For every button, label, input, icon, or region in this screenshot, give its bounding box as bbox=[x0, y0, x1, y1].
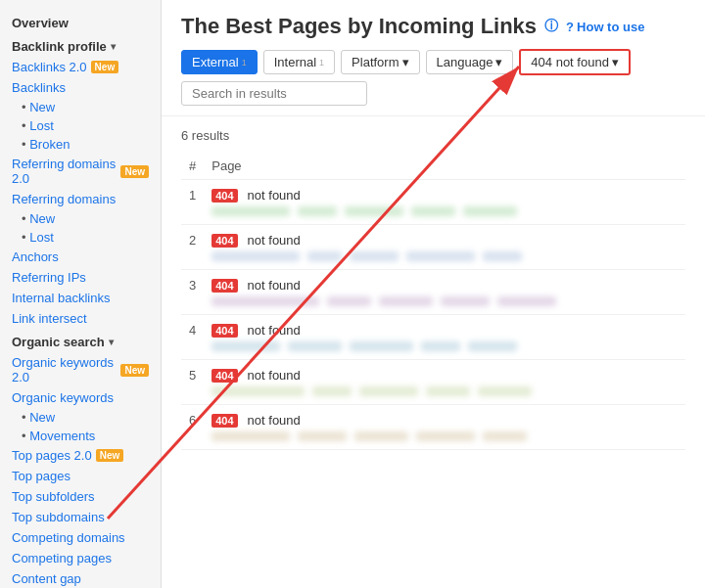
main-content: The Best Pages by Incoming Links ⓘ ? How… bbox=[162, 0, 705, 588]
sidebar-item-anchors[interactable]: Anchors bbox=[0, 247, 161, 267]
data-bar bbox=[483, 431, 527, 441]
row-number: 4 bbox=[181, 315, 204, 360]
sidebar-item-competing-domains[interactable]: Competing domains bbox=[0, 527, 161, 548]
sidebar-item-backlinks-2[interactable]: Backlinks 2.0 New bbox=[0, 57, 161, 77]
chevron-down-icon-2: ▾ bbox=[109, 337, 114, 347]
sidebar-item-content-gap[interactable]: Content gap bbox=[0, 568, 161, 588]
sidebar-item-top-pages-2[interactable]: Top pages 2.0 New bbox=[0, 445, 161, 466]
not-found-text: not found bbox=[248, 233, 301, 248]
page-header: The Best Pages by Incoming Links ⓘ ? How… bbox=[162, 0, 705, 116]
filter-external-button[interactable]: External1 bbox=[181, 50, 258, 74]
data-bar bbox=[212, 341, 280, 351]
filter-bar: External1 Internal1 Platform ▾ Language … bbox=[181, 49, 685, 106]
data-bar bbox=[350, 251, 399, 261]
data-bar bbox=[406, 251, 475, 261]
how-to-use-link[interactable]: ? How to use bbox=[566, 20, 644, 34]
sidebar-item-competing-pages[interactable]: Competing pages bbox=[0, 548, 161, 568]
sidebar-sub-movements-organic[interactable]: Movements bbox=[0, 427, 161, 445]
data-bar bbox=[307, 251, 342, 261]
filter-language-button[interactable]: Language ▾ bbox=[426, 50, 514, 74]
sidebar-item-referring-ips[interactable]: Referring IPs bbox=[0, 267, 161, 288]
data-bar bbox=[212, 251, 300, 261]
results-area: 6 results # Page 1404not found2404not fo… bbox=[162, 116, 705, 588]
data-bar bbox=[441, 296, 490, 306]
sidebar-item-organic-kw-2[interactable]: Organic keywords 2.0 New bbox=[0, 352, 161, 387]
data-bar bbox=[212, 431, 290, 441]
data-bar bbox=[212, 296, 319, 306]
badge-404: 404 bbox=[212, 324, 237, 338]
chevron-down-icon: ▾ bbox=[111, 41, 116, 52]
sidebar-item-top-pages[interactable]: Top pages bbox=[0, 466, 161, 486]
not-found-text: not found bbox=[248, 413, 301, 428]
data-bar bbox=[483, 251, 522, 261]
results-table: # Page 1404not found2404not found3404not… bbox=[181, 153, 685, 450]
filter-platform-button[interactable]: Platform ▾ bbox=[341, 50, 419, 74]
data-bar bbox=[345, 206, 403, 216]
filter-internal-button[interactable]: Internal1 bbox=[263, 50, 335, 74]
table-row[interactable]: 6404not found bbox=[181, 405, 685, 450]
table-row[interactable]: 3404not found bbox=[181, 270, 685, 315]
sidebar-item-organic-kw[interactable]: Organic keywords bbox=[0, 387, 161, 408]
row-number: 6 bbox=[181, 405, 204, 450]
data-bar bbox=[497, 296, 556, 306]
sidebar-overview[interactable]: Overview bbox=[0, 10, 161, 33]
data-bar bbox=[298, 206, 337, 216]
search-input[interactable] bbox=[181, 81, 367, 106]
row-page[interactable]: 404not found bbox=[204, 180, 685, 225]
sidebar-item-top-subdomains[interactable]: Top subdomains bbox=[0, 507, 161, 527]
sidebar-item-internal-backlinks[interactable]: Internal backlinks bbox=[0, 288, 161, 308]
row-page[interactable]: 404not found bbox=[204, 225, 685, 270]
chevron-down-icon-404: ▾ bbox=[612, 55, 619, 69]
row-number: 2 bbox=[181, 225, 204, 270]
table-row[interactable]: 4404not found bbox=[181, 315, 685, 360]
chevron-down-icon-platform: ▾ bbox=[402, 55, 409, 69]
data-bar bbox=[327, 296, 371, 306]
row-page[interactable]: 404not found bbox=[204, 270, 685, 315]
sidebar-sub-lost-referring[interactable]: Lost bbox=[0, 228, 161, 247]
row-number: 3 bbox=[181, 270, 204, 315]
sidebar-sub-new-referring[interactable]: New bbox=[0, 209, 161, 228]
data-bar bbox=[478, 386, 532, 396]
results-count: 6 results bbox=[181, 128, 685, 143]
row-number: 5 bbox=[181, 360, 204, 405]
badge-404: 404 bbox=[212, 234, 237, 248]
data-bar bbox=[212, 386, 305, 396]
badge-404: 404 bbox=[212, 189, 237, 203]
sidebar-sub-broken-backlinks[interactable]: Broken bbox=[0, 135, 161, 154]
row-page[interactable]: 404not found bbox=[204, 315, 685, 360]
data-bar bbox=[411, 206, 455, 216]
row-page[interactable]: 404not found bbox=[204, 360, 685, 405]
chevron-down-icon-language: ▾ bbox=[495, 55, 502, 69]
sidebar-item-referring-domains[interactable]: Referring domains bbox=[0, 189, 161, 209]
data-bar bbox=[288, 341, 342, 351]
sidebar-section-organic[interactable]: Organic search ▾ bbox=[0, 329, 161, 352]
row-number: 1 bbox=[181, 180, 204, 225]
sidebar-sub-new-backlinks[interactable]: New bbox=[0, 98, 161, 116]
not-found-text: not found bbox=[248, 368, 301, 383]
not-found-text: not found bbox=[248, 188, 301, 203]
sidebar-item-backlinks[interactable]: Backlinks bbox=[0, 77, 161, 98]
badge-404: 404 bbox=[212, 369, 237, 383]
not-found-text: not found bbox=[248, 278, 301, 293]
col-number: # bbox=[181, 153, 204, 180]
row-page[interactable]: 404not found bbox=[204, 405, 685, 450]
data-bar bbox=[421, 341, 460, 351]
badge-404: 404 bbox=[212, 279, 237, 293]
sidebar-item-top-subfolders[interactable]: Top subfolders bbox=[0, 486, 161, 507]
info-icon[interactable]: ⓘ bbox=[544, 18, 558, 35]
sidebar-sub-lost-backlinks[interactable]: Lost bbox=[0, 116, 161, 135]
data-bar bbox=[426, 386, 470, 396]
table-row[interactable]: 5404not found bbox=[181, 360, 685, 405]
data-bar bbox=[212, 206, 290, 216]
data-bar bbox=[379, 296, 433, 306]
filter-404-button[interactable]: 404 not found ▾ bbox=[519, 49, 631, 75]
question-icon: ? bbox=[566, 20, 574, 34]
table-row[interactable]: 2404not found bbox=[181, 225, 685, 270]
table-row[interactable]: 1404not found bbox=[181, 180, 685, 225]
sidebar-section-backlink[interactable]: Backlink profile ▾ bbox=[0, 33, 161, 57]
sidebar-sub-new-organic[interactable]: New bbox=[0, 408, 161, 427]
sidebar-item-referring-domains-2[interactable]: Referring domains 2.0 New bbox=[0, 154, 161, 189]
data-bar bbox=[298, 431, 347, 441]
sidebar-item-link-intersect[interactable]: Link intersect bbox=[0, 308, 161, 329]
data-bar bbox=[463, 206, 517, 216]
